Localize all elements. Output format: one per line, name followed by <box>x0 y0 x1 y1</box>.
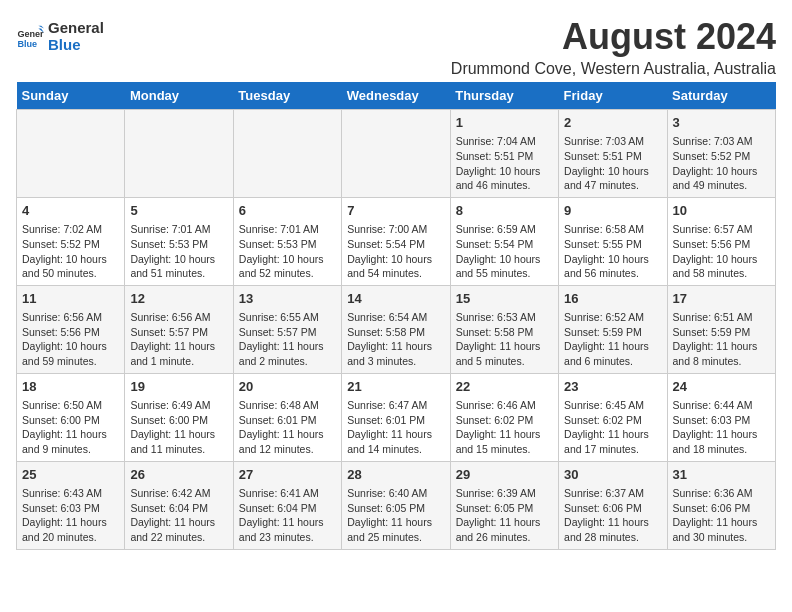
calendar-cell: 25Sunrise: 6:43 AM Sunset: 6:03 PM Dayli… <box>17 461 125 549</box>
calendar-cell: 26Sunrise: 6:42 AM Sunset: 6:04 PM Dayli… <box>125 461 233 549</box>
day-content: Sunrise: 6:44 AM Sunset: 6:03 PM Dayligh… <box>673 398 770 457</box>
header-saturday: Saturday <box>667 82 775 110</box>
week-row-3: 11Sunrise: 6:56 AM Sunset: 5:56 PM Dayli… <box>17 285 776 373</box>
day-content: Sunrise: 6:36 AM Sunset: 6:06 PM Dayligh… <box>673 486 770 545</box>
day-content: Sunrise: 6:43 AM Sunset: 6:03 PM Dayligh… <box>22 486 119 545</box>
day-number: 12 <box>130 290 227 308</box>
calendar-cell <box>125 110 233 198</box>
calendar-cell: 14Sunrise: 6:54 AM Sunset: 5:58 PM Dayli… <box>342 285 450 373</box>
day-content: Sunrise: 7:03 AM Sunset: 5:52 PM Dayligh… <box>673 134 770 193</box>
day-content: Sunrise: 7:04 AM Sunset: 5:51 PM Dayligh… <box>456 134 553 193</box>
week-row-2: 4Sunrise: 7:02 AM Sunset: 5:52 PM Daylig… <box>17 197 776 285</box>
day-content: Sunrise: 7:01 AM Sunset: 5:53 PM Dayligh… <box>130 222 227 281</box>
day-number: 28 <box>347 466 444 484</box>
day-number: 20 <box>239 378 336 396</box>
header-thursday: Thursday <box>450 82 558 110</box>
day-content: Sunrise: 6:47 AM Sunset: 6:01 PM Dayligh… <box>347 398 444 457</box>
logo: General Blue General Blue <box>16 20 104 53</box>
day-content: Sunrise: 6:54 AM Sunset: 5:58 PM Dayligh… <box>347 310 444 369</box>
day-number: 1 <box>456 114 553 132</box>
calendar-cell: 5Sunrise: 7:01 AM Sunset: 5:53 PM Daylig… <box>125 197 233 285</box>
calendar-cell: 1Sunrise: 7:04 AM Sunset: 5:51 PM Daylig… <box>450 110 558 198</box>
day-content: Sunrise: 6:57 AM Sunset: 5:56 PM Dayligh… <box>673 222 770 281</box>
day-content: Sunrise: 6:39 AM Sunset: 6:05 PM Dayligh… <box>456 486 553 545</box>
header-row: SundayMondayTuesdayWednesdayThursdayFrid… <box>17 82 776 110</box>
day-number: 6 <box>239 202 336 220</box>
calendar-cell: 17Sunrise: 6:51 AM Sunset: 5:59 PM Dayli… <box>667 285 775 373</box>
calendar-cell: 12Sunrise: 6:56 AM Sunset: 5:57 PM Dayli… <box>125 285 233 373</box>
header-tuesday: Tuesday <box>233 82 341 110</box>
day-number: 21 <box>347 378 444 396</box>
calendar-cell: 23Sunrise: 6:45 AM Sunset: 6:02 PM Dayli… <box>559 373 667 461</box>
week-row-5: 25Sunrise: 6:43 AM Sunset: 6:03 PM Dayli… <box>17 461 776 549</box>
calendar-cell <box>17 110 125 198</box>
calendar-cell <box>342 110 450 198</box>
calendar-cell: 3Sunrise: 7:03 AM Sunset: 5:52 PM Daylig… <box>667 110 775 198</box>
calendar-cell: 31Sunrise: 6:36 AM Sunset: 6:06 PM Dayli… <box>667 461 775 549</box>
day-content: Sunrise: 7:01 AM Sunset: 5:53 PM Dayligh… <box>239 222 336 281</box>
calendar-cell: 9Sunrise: 6:58 AM Sunset: 5:55 PM Daylig… <box>559 197 667 285</box>
day-number: 29 <box>456 466 553 484</box>
header-friday: Friday <box>559 82 667 110</box>
title-area: August 2024 Drummond Cove, Western Austr… <box>451 16 776 78</box>
day-content: Sunrise: 6:59 AM Sunset: 5:54 PM Dayligh… <box>456 222 553 281</box>
calendar-cell <box>233 110 341 198</box>
day-number: 3 <box>673 114 770 132</box>
day-content: Sunrise: 6:49 AM Sunset: 6:00 PM Dayligh… <box>130 398 227 457</box>
day-content: Sunrise: 7:02 AM Sunset: 5:52 PM Dayligh… <box>22 222 119 281</box>
day-content: Sunrise: 6:55 AM Sunset: 5:57 PM Dayligh… <box>239 310 336 369</box>
day-number: 25 <box>22 466 119 484</box>
day-content: Sunrise: 6:51 AM Sunset: 5:59 PM Dayligh… <box>673 310 770 369</box>
calendar-cell: 16Sunrise: 6:52 AM Sunset: 5:59 PM Dayli… <box>559 285 667 373</box>
calendar-cell: 18Sunrise: 6:50 AM Sunset: 6:00 PM Dayli… <box>17 373 125 461</box>
calendar-cell: 11Sunrise: 6:56 AM Sunset: 5:56 PM Dayli… <box>17 285 125 373</box>
day-number: 4 <box>22 202 119 220</box>
svg-marker-3 <box>38 25 44 28</box>
header-monday: Monday <box>125 82 233 110</box>
day-number: 31 <box>673 466 770 484</box>
calendar-cell: 29Sunrise: 6:39 AM Sunset: 6:05 PM Dayli… <box>450 461 558 549</box>
calendar-cell: 15Sunrise: 6:53 AM Sunset: 5:58 PM Dayli… <box>450 285 558 373</box>
day-content: Sunrise: 6:56 AM Sunset: 5:56 PM Dayligh… <box>22 310 119 369</box>
svg-text:General: General <box>17 29 44 39</box>
day-number: 17 <box>673 290 770 308</box>
day-number: 22 <box>456 378 553 396</box>
day-number: 23 <box>564 378 661 396</box>
day-content: Sunrise: 6:40 AM Sunset: 6:05 PM Dayligh… <box>347 486 444 545</box>
calendar-cell: 6Sunrise: 7:01 AM Sunset: 5:53 PM Daylig… <box>233 197 341 285</box>
week-row-4: 18Sunrise: 6:50 AM Sunset: 6:00 PM Dayli… <box>17 373 776 461</box>
day-content: Sunrise: 7:03 AM Sunset: 5:51 PM Dayligh… <box>564 134 661 193</box>
calendar-cell: 30Sunrise: 6:37 AM Sunset: 6:06 PM Dayli… <box>559 461 667 549</box>
calendar-cell: 22Sunrise: 6:46 AM Sunset: 6:02 PM Dayli… <box>450 373 558 461</box>
day-number: 2 <box>564 114 661 132</box>
day-content: Sunrise: 6:50 AM Sunset: 6:00 PM Dayligh… <box>22 398 119 457</box>
day-content: Sunrise: 6:37 AM Sunset: 6:06 PM Dayligh… <box>564 486 661 545</box>
day-content: Sunrise: 6:42 AM Sunset: 6:04 PM Dayligh… <box>130 486 227 545</box>
day-content: Sunrise: 7:00 AM Sunset: 5:54 PM Dayligh… <box>347 222 444 281</box>
day-number: 19 <box>130 378 227 396</box>
calendar-cell: 4Sunrise: 7:02 AM Sunset: 5:52 PM Daylig… <box>17 197 125 285</box>
calendar-cell: 2Sunrise: 7:03 AM Sunset: 5:51 PM Daylig… <box>559 110 667 198</box>
day-number: 7 <box>347 202 444 220</box>
day-number: 30 <box>564 466 661 484</box>
logo-line2: Blue <box>48 37 104 54</box>
calendar-cell: 20Sunrise: 6:48 AM Sunset: 6:01 PM Dayli… <box>233 373 341 461</box>
calendar-cell: 13Sunrise: 6:55 AM Sunset: 5:57 PM Dayli… <box>233 285 341 373</box>
day-content: Sunrise: 6:53 AM Sunset: 5:58 PM Dayligh… <box>456 310 553 369</box>
day-number: 14 <box>347 290 444 308</box>
day-number: 24 <box>673 378 770 396</box>
header-sunday: Sunday <box>17 82 125 110</box>
day-number: 26 <box>130 466 227 484</box>
header: General Blue General Blue August 2024 Dr… <box>16 16 776 78</box>
calendar-cell: 27Sunrise: 6:41 AM Sunset: 6:04 PM Dayli… <box>233 461 341 549</box>
day-content: Sunrise: 6:48 AM Sunset: 6:01 PM Dayligh… <box>239 398 336 457</box>
day-number: 9 <box>564 202 661 220</box>
day-number: 13 <box>239 290 336 308</box>
day-number: 10 <box>673 202 770 220</box>
day-number: 16 <box>564 290 661 308</box>
day-content: Sunrise: 6:46 AM Sunset: 6:02 PM Dayligh… <box>456 398 553 457</box>
logo-icon: General Blue <box>16 23 44 51</box>
day-content: Sunrise: 6:58 AM Sunset: 5:55 PM Dayligh… <box>564 222 661 281</box>
day-number: 18 <box>22 378 119 396</box>
calendar-cell: 28Sunrise: 6:40 AM Sunset: 6:05 PM Dayli… <box>342 461 450 549</box>
